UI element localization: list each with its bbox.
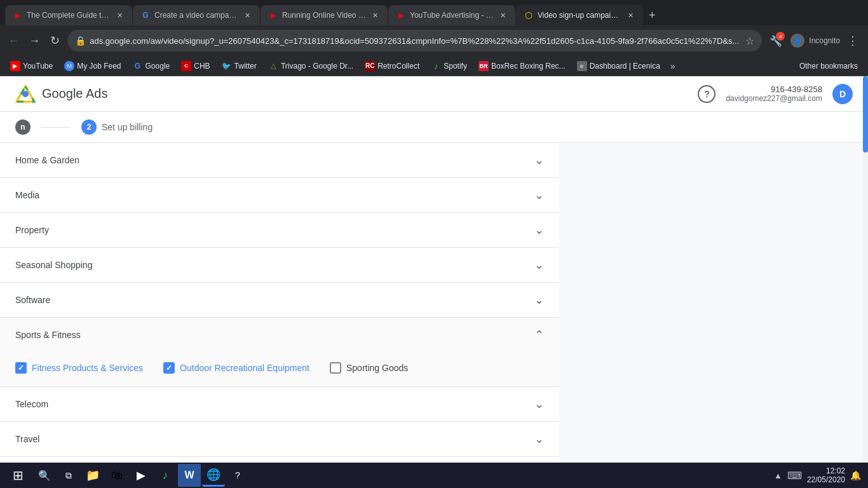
scrollbar-thumb[interactable] bbox=[863, 143, 868, 152]
category-label-travel: Travel bbox=[15, 434, 39, 444]
tab-title-3: Running Online Video Marketi... bbox=[282, 11, 366, 20]
tab-5[interactable]: ⬡ Video sign-up campaign - 916... ✕ bbox=[516, 5, 643, 25]
tab-favicon-1: ▶ bbox=[13, 10, 23, 20]
category-header-telecom[interactable]: Telecom ⌄ bbox=[0, 387, 559, 421]
category-header-media[interactable]: Media ⌄ bbox=[0, 178, 559, 212]
tab-close-4[interactable]: ✕ bbox=[498, 10, 508, 20]
bookmark-star-icon[interactable]: ☆ bbox=[745, 35, 754, 47]
back-button[interactable]: ← bbox=[5, 30, 22, 51]
category-travel[interactable]: Travel ⌄ bbox=[0, 422, 559, 457]
other-bookmarks-button[interactable]: Other bookmarks bbox=[794, 60, 863, 72]
tab-title-4: YouTube Advertising - Online ... bbox=[410, 11, 494, 20]
bookmark-spotify[interactable]: ♪ Spotify bbox=[426, 59, 472, 73]
reload-button[interactable]: ↻ bbox=[47, 30, 64, 51]
checkbox-sporting-goods[interactable]: Sporting Goods bbox=[330, 362, 408, 374]
ads-account-info: 916-439-8258 davidgomez227@gmail.com bbox=[726, 85, 822, 103]
category-header-travel[interactable]: Travel ⌄ bbox=[0, 422, 559, 456]
taskbar-clock[interactable]: 12:02 22/05/2020 bbox=[807, 466, 845, 484]
ads-help-button[interactable]: ? bbox=[698, 85, 715, 103]
taskbar-task-view[interactable]: ⧉ bbox=[57, 464, 80, 487]
tab-favicon-3: ▶ bbox=[268, 10, 278, 20]
chevron-down-icon-media: ⌄ bbox=[534, 188, 544, 202]
ads-avatar[interactable]: D bbox=[832, 84, 853, 104]
taskbar-word[interactable]: W bbox=[178, 464, 201, 487]
taskbar-file-explorer[interactable]: 📁 bbox=[81, 464, 104, 487]
bookmark-favicon-retrocollect: RC bbox=[365, 61, 375, 71]
category-home-garden[interactable]: Home & Garden ⌄ bbox=[0, 143, 559, 178]
checkbox-outdoor[interactable]: ✓ Outdoor Recreational Equipment bbox=[163, 362, 309, 374]
tab-1[interactable]: ▶ The Complete Guide to YouTu... ✕ bbox=[5, 5, 132, 25]
taskbar-unknown[interactable]: ? bbox=[226, 464, 249, 487]
category-telecom[interactable]: Telecom ⌄ bbox=[0, 387, 559, 422]
tab-close-1[interactable]: ✕ bbox=[114, 10, 125, 20]
step-1-num: n bbox=[15, 119, 31, 135]
category-header-software[interactable]: Software ⌄ bbox=[0, 283, 559, 317]
bookmark-boxrec[interactable]: BR BoxRec Boxing Rec... bbox=[473, 59, 571, 73]
bookmark-label-retrocollect: RetroCollect bbox=[377, 62, 419, 71]
check-icon-fitness: ✓ bbox=[18, 363, 24, 372]
taskbar-expand-icon[interactable]: ▲ bbox=[774, 471, 782, 480]
start-button[interactable]: ⊞ bbox=[5, 465, 31, 485]
category-software[interactable]: Software ⌄ bbox=[0, 283, 559, 318]
new-tab-button[interactable]: + bbox=[644, 5, 661, 25]
bookmark-retrocollect[interactable]: RC RetroCollect bbox=[360, 59, 424, 73]
menu-dots-icon: ⋮ bbox=[847, 34, 858, 48]
taskbar-notification-area[interactable]: 🔔 bbox=[848, 465, 863, 485]
extensions-button[interactable]: 🔧 4 bbox=[766, 30, 786, 51]
tab-2[interactable]: G Create a video campaign - Go... ✕ bbox=[133, 5, 260, 25]
page-wrapper: Google Ads ? 916-439-8258 davidgomez227@… bbox=[0, 76, 868, 463]
bookmark-youtube[interactable]: ▶ YouTube bbox=[5, 59, 58, 73]
checkbox-box-fitness[interactable]: ✓ bbox=[15, 362, 27, 374]
bookmark-label-boxrec: BoxRec Boxing Rec... bbox=[491, 62, 566, 71]
tab-close-5[interactable]: ✕ bbox=[625, 10, 635, 20]
tab-close-3[interactable]: ✕ bbox=[370, 10, 380, 20]
category-label-home-garden: Home & Garden bbox=[15, 155, 79, 165]
address-bar[interactable]: 🔒 ads.google.com/aw/video/signup?_u=2607… bbox=[67, 30, 762, 51]
tab-3[interactable]: ▶ Running Online Video Marketi... ✕ bbox=[261, 5, 388, 25]
category-label-telecom: Telecom bbox=[15, 399, 48, 409]
forward-button[interactable]: → bbox=[26, 30, 43, 51]
bookmark-chb[interactable]: C CHB bbox=[176, 59, 215, 73]
taskbar-spotify[interactable]: ♪ bbox=[154, 464, 177, 487]
bookmark-google[interactable]: G Google bbox=[128, 59, 175, 73]
step-1: n bbox=[15, 119, 31, 135]
bookmark-label-trivago: Trivago - Google Dr... bbox=[281, 62, 353, 71]
category-header-sports-fitness[interactable]: Sports & Fitness ⌃ bbox=[0, 318, 559, 352]
taskbar-keyboard-icon[interactable]: ⌨ bbox=[787, 470, 802, 482]
category-header-home-garden[interactable]: Home & Garden ⌄ bbox=[0, 143, 559, 177]
bookmark-favicon-youtube: ▶ bbox=[10, 61, 20, 71]
menu-button[interactable]: ⋮ bbox=[843, 30, 863, 51]
taskbar-chrome[interactable]: 🌐 bbox=[202, 464, 225, 487]
bookmark-trivago[interactable]: △ Trivago - Google Dr... bbox=[263, 59, 358, 73]
bookmark-myjobfeed[interactable]: M My Job Feed bbox=[59, 59, 126, 73]
bookmark-dashboard[interactable]: e Dashboard | Ecenica bbox=[572, 59, 665, 73]
scrollbar-track bbox=[863, 143, 868, 463]
bookmark-twitter[interactable]: 🐦 Twitter bbox=[217, 59, 262, 73]
checkbox-fitness[interactable]: ✓ Fitness Products & Services bbox=[15, 362, 143, 374]
tab-close-2[interactable]: ✕ bbox=[242, 10, 252, 20]
bookmark-label-spotify: Spotify bbox=[444, 62, 467, 71]
lock-icon: 🔒 bbox=[75, 36, 86, 46]
taskbar-search[interactable]: 🔍 bbox=[33, 464, 56, 487]
bookmark-favicon-twitter: 🐦 bbox=[222, 61, 232, 71]
content-area: Home & Garden ⌄ Media ⌄ Property ⌄ bbox=[0, 143, 559, 463]
bookmarks-more-button[interactable]: » bbox=[667, 59, 679, 73]
category-header-seasonal-shopping[interactable]: Seasonal Shopping ⌄ bbox=[0, 248, 559, 282]
taskbar-system-icons: ▲ ⌨ bbox=[774, 470, 802, 482]
chevron-down-icon-property: ⌄ bbox=[534, 223, 544, 237]
chevron-down-icon-travel: ⌄ bbox=[534, 432, 544, 446]
tab-favicon-4: ▶ bbox=[396, 10, 406, 20]
category-sports-fitness[interactable]: Sports & Fitness ⌃ ✓ Fitness Products & … bbox=[0, 318, 559, 387]
category-header-property[interactable]: Property ⌄ bbox=[0, 213, 559, 247]
category-property[interactable]: Property ⌄ bbox=[0, 213, 559, 248]
checkbox-box-outdoor[interactable]: ✓ bbox=[163, 362, 175, 374]
taskbar-store[interactable]: 🛍 bbox=[105, 464, 128, 487]
chevron-down-icon-software: ⌄ bbox=[534, 293, 544, 307]
taskbar-media-player[interactable]: ▶ bbox=[130, 464, 153, 487]
category-media[interactable]: Media ⌄ bbox=[0, 178, 559, 213]
steps-bar: n 2 Set up billing bbox=[0, 112, 868, 143]
tab-4[interactable]: ▶ YouTube Advertising - Online ... ✕ bbox=[388, 5, 515, 25]
ads-logo-text: Google Ads bbox=[42, 86, 107, 101]
checkbox-box-sporting-goods[interactable] bbox=[330, 362, 341, 374]
category-seasonal-shopping[interactable]: Seasonal Shopping ⌄ bbox=[0, 248, 559, 283]
